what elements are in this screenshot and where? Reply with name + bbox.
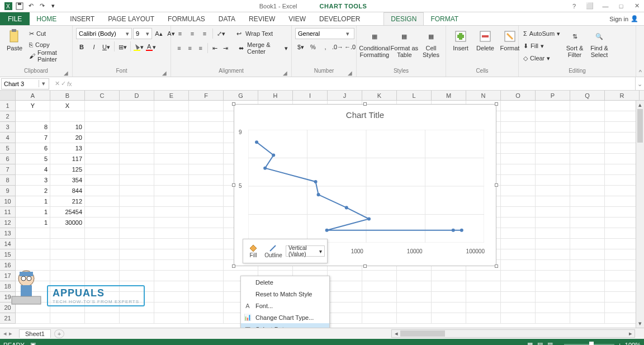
cell[interactable] — [570, 143, 605, 154]
cell[interactable] — [16, 239, 50, 249]
cell[interactable] — [570, 239, 605, 249]
bold-icon[interactable]: B — [76, 41, 87, 53]
font-size-input[interactable] — [134, 29, 144, 39]
cell[interactable] — [397, 281, 432, 292]
mini-element-dropdown[interactable]: Vertical (Value)▾ — [286, 245, 325, 257]
percent-icon[interactable]: % — [307, 41, 319, 53]
scroll-left-icon[interactable]: ◂ — [392, 330, 400, 337]
cell[interactable] — [50, 228, 85, 239]
cell[interactable] — [536, 292, 570, 303]
resize-handle[interactable] — [232, 264, 235, 268]
row-header[interactable]: 15 — [0, 249, 16, 260]
align-middle-icon[interactable]: ≡ — [187, 28, 198, 39]
chevron-down-icon[interactable]: ▾ — [144, 30, 151, 37]
cell[interactable] — [120, 164, 154, 175]
cell[interactable] — [605, 196, 640, 207]
row-header[interactable]: 9 — [0, 186, 16, 196]
chevron-down-icon[interactable]: ▾ — [547, 55, 550, 62]
number-format-dropdown[interactable]: ▾ — [295, 28, 354, 39]
cell[interactable]: 4 — [16, 164, 50, 175]
cell[interactable] — [189, 164, 224, 175]
border-icon[interactable]: ⊞▾ — [117, 41, 128, 53]
format-as-table-button[interactable]: ▦Format as Table — [391, 28, 418, 59]
cell[interactable] — [154, 164, 189, 175]
cut-button[interactable]: ✂Cut — [28, 28, 69, 39]
cell[interactable] — [50, 249, 85, 260]
cell[interactable] — [501, 303, 536, 313]
cell[interactable] — [120, 207, 154, 218]
cell[interactable] — [605, 154, 640, 164]
cell[interactable] — [605, 281, 640, 292]
column-header[interactable]: J — [328, 91, 362, 100]
cell[interactable] — [536, 196, 570, 207]
cell[interactable] — [397, 303, 432, 313]
cell[interactable] — [570, 186, 605, 196]
zoom-knob[interactable] — [589, 342, 594, 345]
column-header[interactable]: Q — [570, 91, 605, 100]
number-launcher-icon[interactable]: ◢ — [347, 70, 353, 75]
row-header[interactable]: 6 — [0, 154, 16, 164]
cell[interactable] — [120, 133, 154, 143]
cell-styles-button[interactable]: ▦Cell Styles — [420, 28, 442, 59]
cell[interactable] — [362, 281, 397, 292]
merge-icon[interactable]: ⬌ — [236, 42, 246, 54]
cell[interactable] — [189, 175, 224, 186]
merge-label[interactable]: Merge & Center — [247, 41, 283, 55]
column-header[interactable]: K — [362, 91, 397, 100]
cell[interactable] — [120, 186, 154, 196]
font-launcher-icon[interactable]: ◢ — [162, 70, 167, 75]
column-header[interactable]: O — [501, 91, 536, 100]
cell[interactable] — [570, 313, 605, 324]
tab-developer[interactable]: DEVELOPER — [312, 12, 367, 25]
wrap-text-icon[interactable]: ↩ — [233, 28, 244, 39]
find-select-button[interactable]: 🔍Find & Select — [588, 28, 610, 59]
cell[interactable] — [85, 249, 120, 260]
cell[interactable] — [605, 133, 640, 143]
cell[interactable] — [85, 133, 120, 143]
cell[interactable] — [50, 313, 85, 324]
cell[interactable]: 13 — [50, 143, 85, 154]
cell[interactable] — [16, 111, 50, 122]
cell[interactable] — [466, 303, 501, 313]
cell[interactable] — [154, 281, 189, 292]
cell[interactable] — [362, 303, 397, 313]
cell[interactable] — [154, 133, 189, 143]
row-header[interactable]: 8 — [0, 175, 16, 186]
scroll-thumb[interactable] — [637, 109, 643, 143]
formula-bar-input[interactable] — [75, 78, 635, 89]
number-format-input[interactable] — [296, 29, 344, 39]
cell[interactable] — [536, 154, 570, 164]
cell[interactable] — [501, 164, 536, 175]
cell[interactable] — [501, 281, 536, 292]
cell[interactable] — [501, 133, 536, 143]
tab-formulas[interactable]: FORMULAS — [161, 12, 212, 25]
decrease-decimal-icon[interactable]: ←.0 — [344, 41, 356, 53]
cell[interactable] — [328, 303, 362, 313]
resize-handle[interactable] — [232, 102, 235, 106]
cell[interactable]: X — [50, 101, 85, 111]
comma-icon[interactable]: , — [320, 41, 331, 53]
underline-icon[interactable]: U▾ — [101, 41, 112, 53]
cell[interactable] — [570, 292, 605, 303]
cell[interactable] — [570, 122, 605, 133]
cell[interactable] — [189, 239, 224, 249]
cell[interactable] — [154, 271, 189, 281]
row-header[interactable]: 2 — [0, 111, 16, 122]
alignment-launcher-icon[interactable]: ◢ — [282, 70, 288, 75]
cell[interactable] — [501, 271, 536, 281]
sign-in[interactable]: Sign in👤 — [604, 12, 644, 25]
cell[interactable] — [362, 292, 397, 303]
clear-button[interactable]: ◇Clear▾ — [522, 53, 561, 64]
wrap-text-label[interactable]: Wrap Text — [245, 30, 273, 37]
cell[interactable]: 1 — [16, 196, 50, 207]
cell[interactable]: 30000 — [50, 218, 85, 228]
cell[interactable] — [120, 154, 154, 164]
grow-font-icon[interactable]: A▴ — [153, 28, 164, 39]
cell[interactable] — [536, 101, 570, 111]
cell[interactable] — [189, 207, 224, 218]
column-header[interactable]: M — [432, 91, 466, 100]
cell[interactable] — [154, 228, 189, 239]
sheet-tab[interactable]: Sheet1 — [19, 329, 51, 338]
cell[interactable] — [536, 122, 570, 133]
cell[interactable] — [328, 271, 362, 281]
